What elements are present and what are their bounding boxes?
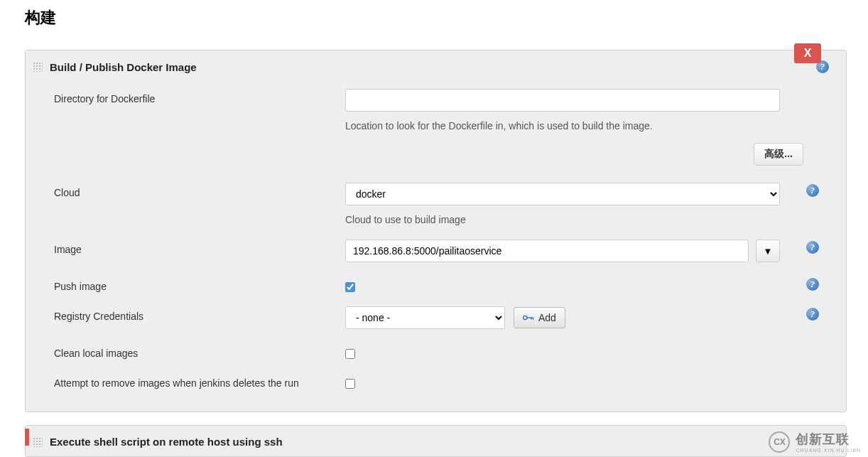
drag-handle-icon[interactable] [33, 437, 43, 447]
add-credentials-button[interactable]: Add [514, 307, 565, 328]
watermark-subtext: CHUANG XIN HU LIAN [796, 448, 861, 453]
watermark-text: 创新互联 [796, 431, 861, 448]
attempt-label: Attempt to remove images when jenkins de… [54, 373, 345, 389]
drag-handle-icon[interactable] [33, 62, 43, 72]
image-label: Image [54, 240, 345, 255]
watermark-logo-icon: CX [769, 431, 790, 453]
image-input[interactable] [345, 240, 749, 262]
directory-input[interactable] [345, 89, 780, 112]
directory-desc: Location to look for the Dockerfile in, … [345, 120, 796, 131]
cloud-desc: Cloud to use to build image [345, 214, 796, 225]
build-step-panel: X Build / Publish Docker Image ? Directo… [25, 50, 847, 412]
cloud-select[interactable]: docker [345, 183, 780, 205]
advanced-button[interactable]: 高级... [754, 143, 803, 166]
delete-step-button[interactable]: X [794, 43, 821, 63]
page-title: 构建 [25, 7, 868, 28]
key-icon [523, 312, 534, 323]
ssh-step-title: Execute shell script on remote host usin… [50, 436, 283, 448]
help-icon[interactable]: ? [806, 308, 819, 321]
registry-label: Registry Credentials [54, 306, 345, 322]
ssh-step-panel: Execute shell script on remote host usin… [25, 425, 847, 457]
step-indicator-bar [25, 429, 29, 446]
step-title: Build / Publish Docker Image [50, 61, 197, 73]
push-checkbox[interactable] [345, 282, 355, 292]
svg-point-0 [523, 316, 527, 319]
image-disclosure-button[interactable]: ▼ [756, 240, 780, 262]
attempt-checkbox[interactable] [345, 379, 355, 389]
clean-checkbox[interactable] [345, 349, 355, 359]
help-icon[interactable]: ? [806, 241, 819, 254]
push-label: Push image [54, 276, 345, 292]
add-button-label: Add [538, 312, 556, 323]
clean-label: Clean local images [54, 343, 345, 359]
registry-select[interactable]: - none - [345, 306, 505, 329]
directory-label: Directory for Dockerfile [54, 89, 345, 104]
watermark: CX 创新互联 CHUANG XIN HU LIAN [769, 431, 861, 453]
help-icon[interactable]: ? [806, 184, 819, 197]
help-icon[interactable]: ? [806, 278, 819, 291]
cloud-label: Cloud [54, 183, 345, 198]
